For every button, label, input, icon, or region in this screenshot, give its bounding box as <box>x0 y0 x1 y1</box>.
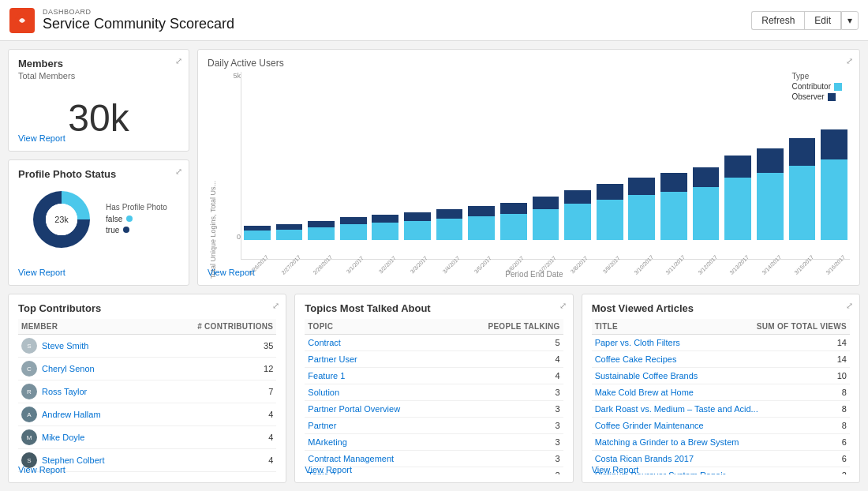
bar-observer <box>597 184 623 200</box>
topic-name[interactable]: MArketing <box>308 437 496 447</box>
articles-view-report[interactable]: View Report <box>592 465 639 474</box>
topic-name[interactable]: Contract Management <box>308 454 496 463</box>
contributor-name[interactable]: Stephen Colbert <box>42 455 210 465</box>
article-value: 6 <box>784 437 847 447</box>
article-title[interactable]: Matching a Grinder to a Brew System <box>595 437 784 447</box>
topic-value: 4 <box>497 371 560 380</box>
bar-observer <box>340 217 367 224</box>
page-title: Service Community Scorecard <box>43 16 234 32</box>
bars-area <box>241 72 850 260</box>
topic-name[interactable]: Partner User <box>308 354 496 364</box>
bar-group <box>370 129 402 240</box>
bar-group <box>722 129 754 240</box>
top-row: ⤢ Members Total Members 30k View Report … <box>8 49 860 286</box>
bar-contributor <box>789 166 816 240</box>
chart-card-expand[interactable]: ⤢ <box>846 56 853 66</box>
article-value: 8 <box>784 404 847 414</box>
table-row: M Mike Doyle 4 <box>18 426 276 449</box>
topic-value: 2 <box>497 470 560 474</box>
refresh-button[interactable]: Refresh <box>751 11 804 30</box>
bar-group <box>530 129 562 240</box>
bar-group <box>690 129 722 240</box>
table-row: Coffee Grinder Maintenance 8 <box>592 418 850 434</box>
contributor-value: 4 <box>210 433 273 442</box>
bar-contributor <box>533 209 559 240</box>
contributor-value: 4 <box>210 410 273 419</box>
donut-area: 23k Has Profile Photo false true <box>18 188 179 251</box>
profile-expand[interactable]: ⤢ <box>175 167 182 177</box>
table-row: Paper vs. Cloth Filters 14 <box>592 335 850 351</box>
article-value: 14 <box>784 338 847 347</box>
topics-col-topic: TOPIC <box>308 322 488 331</box>
contributor-name[interactable]: Cheryl Senon <box>42 364 210 373</box>
contributor-name[interactable]: Steve Smith <box>42 341 210 350</box>
contributor-legend-label: Contributor <box>792 82 831 91</box>
topic-name[interactable]: Partner Portal Overview <box>308 404 496 414</box>
bar-observer <box>724 156 751 178</box>
contributors-header: MEMBER # CONTRIBUTIONS <box>18 319 276 335</box>
chart-area: Type Contributor Observer <box>219 72 850 279</box>
articles-title: Most Viewed Articles <box>592 302 850 314</box>
table-row: A Andrew Hallam 4 <box>18 403 276 426</box>
dashboard-label: DASHBOARD <box>43 8 234 16</box>
topics-expand[interactable]: ⤢ <box>559 301 567 311</box>
topics-view-report[interactable]: View Report <box>305 465 352 474</box>
table-row: Feature 1 4 <box>305 368 563 384</box>
article-title[interactable]: Dark Roast vs. Medium – Taste and Acid..… <box>595 404 784 414</box>
bar-contributor <box>693 187 720 240</box>
chart-view-report[interactable]: View Report <box>208 268 255 277</box>
topic-name[interactable]: Contract <box>308 338 496 347</box>
contributor-name[interactable]: Mike Doyle <box>42 433 210 442</box>
table-row: C Cheryl Senon 12 <box>18 358 276 380</box>
bar-observer <box>821 129 847 159</box>
bar-group <box>241 129 273 240</box>
topic-name[interactable]: Solution <box>308 388 496 397</box>
bar-observer <box>372 215 398 223</box>
topic-value: 3 <box>497 454 560 463</box>
main-content: ⤢ Members Total Members 30k View Report … <box>0 41 868 491</box>
articles-expand[interactable]: ⤢ <box>846 301 853 311</box>
table-row: Matching a Grinder to a Brew System 6 <box>592 434 850 451</box>
topic-name[interactable]: Feature 1 <box>308 371 496 380</box>
bar-observer <box>436 209 463 219</box>
contributor-name[interactable]: Andrew Hallam <box>42 410 210 419</box>
article-title[interactable]: Make Cold Brew at Home <box>595 388 784 397</box>
members-view-report[interactable]: View Report <box>18 133 65 143</box>
topics-title: Topics Most Talked About <box>305 302 563 314</box>
bar-group <box>338 129 369 240</box>
bar-observer <box>564 190 591 204</box>
bar-contributor <box>308 227 335 240</box>
articles-card: ⤢ Most Viewed Articles TITLE SUM OF TOTA… <box>582 294 860 483</box>
contributor-legend-color <box>834 83 842 91</box>
edit-button[interactable]: Edit <box>804 11 841 30</box>
contributor-name[interactable]: Ross Taylor <box>42 387 210 396</box>
bar-contributor <box>597 200 623 240</box>
svg-text:23k: 23k <box>54 215 69 224</box>
bar-contributor <box>436 219 463 240</box>
topic-name[interactable]: Partner <box>308 421 496 430</box>
bar-group <box>594 129 626 240</box>
header-actions: Refresh Edit ▾ <box>751 11 859 30</box>
chart-title: Daily Active Users <box>208 58 850 69</box>
article-title[interactable]: Coffee Cake Recipes <box>595 354 784 364</box>
table-row: Partner Portal Overview 3 <box>305 401 563 418</box>
article-title[interactable]: Sustainable Coffee Brands <box>595 371 784 380</box>
profile-view-report[interactable]: View Report <box>18 268 65 277</box>
article-title[interactable]: Paper vs. Cloth Filters <box>595 338 784 347</box>
article-value: 6 <box>784 454 847 463</box>
contributors-view-report[interactable]: View Report <box>18 465 65 474</box>
bar-observer <box>628 178 655 195</box>
article-title[interactable]: Costa Rican Brands 2017 <box>595 454 784 463</box>
articles-header: TITLE SUM OF TOTAL VIEWS <box>592 319 850 335</box>
more-options-button[interactable]: ▾ <box>841 11 859 30</box>
bar-observer <box>404 212 431 221</box>
article-title[interactable]: Coffee Grinder Maintenance <box>595 421 784 430</box>
bar-group <box>402 129 433 240</box>
bar-group <box>562 129 593 240</box>
bar-contributor <box>628 195 655 240</box>
bar-contributor <box>372 223 398 240</box>
bar-group <box>818 129 850 240</box>
contributors-expand[interactable]: ⤢ <box>272 301 279 311</box>
members-card-expand[interactable]: ⤢ <box>175 56 182 66</box>
y-tick-5k: 5k <box>219 72 241 80</box>
